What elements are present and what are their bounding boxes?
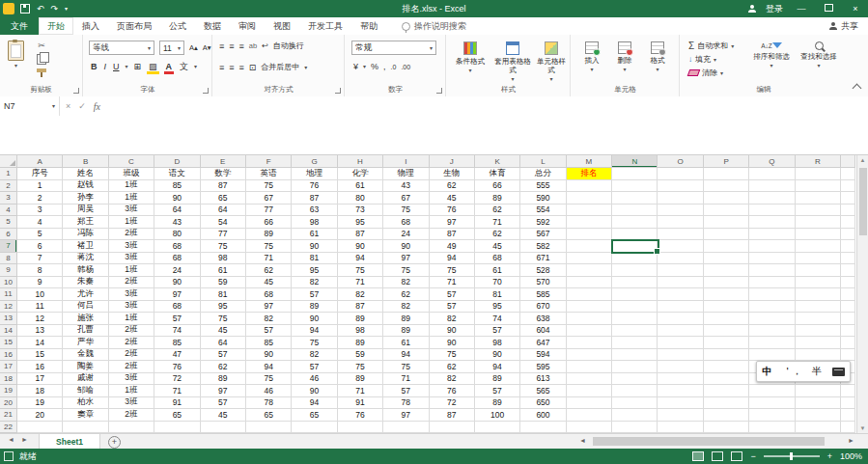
cell-B1[interactable]: 姓名 — [63, 168, 108, 180]
row-header-11[interactable]: 11 — [0, 288, 17, 301]
cell-M22[interactable] — [567, 422, 612, 434]
cell-A18[interactable]: 17 — [17, 373, 63, 386]
cell-N17[interactable] — [612, 361, 658, 373]
cell-P5[interactable] — [704, 216, 749, 229]
cell-E18[interactable]: 89 — [201, 373, 246, 386]
cell-I13[interactable]: 89 — [383, 313, 429, 325]
tab-help[interactable]: 帮助 — [351, 17, 386, 35]
cell-P12[interactable] — [704, 301, 749, 314]
cell-F20[interactable]: 78 — [246, 397, 292, 410]
cell-I18[interactable]: 71 — [383, 373, 429, 386]
cell-J17[interactable]: 62 — [430, 361, 475, 373]
cell-K21[interactable]: 100 — [475, 409, 520, 422]
cell-C4[interactable]: 3班 — [109, 205, 154, 217]
cell-partial-row5[interactable] — [841, 216, 855, 229]
cell-J10[interactable]: 71 — [430, 277, 475, 289]
column-header-F[interactable]: F — [246, 155, 292, 168]
cell-A14[interactable]: 13 — [17, 325, 63, 338]
row-header-8[interactable]: 8 — [0, 253, 17, 265]
cell-I11[interactable]: 62 — [383, 288, 429, 301]
cell-I12[interactable]: 82 — [383, 301, 429, 314]
percent-style-icon[interactable]: % — [371, 62, 378, 71]
cell-I10[interactable]: 82 — [383, 277, 429, 289]
cell-I22[interactable] — [383, 422, 429, 434]
cell-L15[interactable]: 647 — [520, 337, 566, 349]
cell-I16[interactable]: 94 — [383, 349, 429, 362]
row-header-17[interactable]: 17 — [0, 361, 17, 373]
cell-F3[interactable]: 67 — [246, 192, 292, 205]
cell-P14[interactable] — [704, 325, 749, 338]
cell-O22[interactable] — [658, 422, 703, 434]
tab-review[interactable]: 审阅 — [230, 17, 265, 35]
cell-K5[interactable]: 71 — [475, 216, 520, 229]
cell-J20[interactable]: 72 — [430, 397, 475, 410]
format-as-table-button[interactable]: 套用表格格式 ▾ — [491, 41, 534, 82]
cell-O20[interactable] — [658, 397, 703, 410]
cell-L9[interactable]: 528 — [520, 264, 566, 277]
cell-D10[interactable]: 90 — [154, 277, 200, 289]
cell-D12[interactable]: 68 — [154, 301, 200, 314]
cell-I7[interactable]: 90 — [383, 240, 429, 253]
column-header-C[interactable]: C — [109, 155, 154, 168]
cell-M4[interactable] — [567, 205, 612, 217]
cell-K7[interactable]: 45 — [475, 240, 520, 253]
row-header-18[interactable]: 18 — [0, 373, 17, 386]
cell-F16[interactable]: 90 — [246, 349, 292, 362]
cell-R12[interactable] — [796, 301, 841, 314]
increase-decimal-icon[interactable]: .0 — [391, 64, 397, 70]
ime-punctuation[interactable]: ＇， — [782, 365, 801, 378]
cell-G14[interactable]: 94 — [292, 325, 337, 338]
cell-M10[interactable] — [567, 277, 612, 289]
cell-O4[interactable] — [658, 205, 703, 217]
cell-D3[interactable]: 90 — [154, 192, 200, 205]
cell-O2[interactable] — [658, 180, 703, 193]
cell-L17[interactable]: 595 — [520, 361, 566, 373]
column-header-N[interactable]: N — [612, 155, 658, 168]
cell-D1[interactable]: 语文 — [154, 168, 200, 180]
cell-C7[interactable]: 3班 — [109, 240, 154, 253]
cell-H15[interactable]: 89 — [338, 337, 383, 349]
cell-P13[interactable] — [704, 313, 749, 325]
cell-A9[interactable]: 8 — [17, 264, 63, 277]
cell-R1[interactable] — [796, 168, 841, 180]
tab-formulas[interactable]: 公式 — [160, 17, 195, 35]
cell-O10[interactable] — [658, 277, 703, 289]
cell-E19[interactable]: 97 — [201, 385, 246, 397]
cell-J5[interactable]: 97 — [430, 216, 475, 229]
sort-filter-button[interactable]: A↓Z 排序和筛选 ▾ — [750, 41, 793, 68]
ime-keyboard-icon[interactable] — [832, 368, 845, 376]
cell-C9[interactable]: 1班 — [109, 264, 154, 277]
cell-K8[interactable]: 68 — [475, 253, 520, 265]
cell-Q8[interactable] — [749, 253, 795, 265]
cell-N11[interactable] — [612, 288, 658, 301]
cell-O14[interactable] — [658, 325, 703, 338]
hscroll-right-icon[interactable]: ► — [848, 437, 854, 444]
cell-Q10[interactable] — [749, 277, 795, 289]
cell-E17[interactable]: 62 — [201, 361, 246, 373]
format-cells-button[interactable]: 格式 ▾ — [643, 41, 672, 72]
horizontal-scroll-thumb[interactable] — [593, 437, 825, 446]
cell-G7[interactable]: 90 — [292, 240, 337, 253]
cell-M15[interactable] — [567, 337, 612, 349]
cell-J2[interactable]: 62 — [430, 180, 475, 193]
bold-button[interactable]: B — [90, 63, 98, 71]
cell-E6[interactable]: 77 — [201, 229, 246, 241]
cell-P9[interactable] — [704, 264, 749, 277]
redo-icon[interactable]: ↷ — [51, 5, 59, 14]
align-left-icon[interactable]: ≡ — [219, 63, 224, 72]
cell-N18[interactable] — [612, 373, 658, 386]
phonetic-guide-icon[interactable]: 文 — [179, 63, 189, 71]
cell-N16[interactable] — [612, 349, 658, 362]
cell-F14[interactable]: 57 — [246, 325, 292, 338]
cell-R16[interactable] — [796, 349, 841, 362]
cell-H9[interactable]: 75 — [338, 264, 383, 277]
cell-B13[interactable]: 施张 — [63, 313, 108, 325]
cell-Q6[interactable] — [749, 229, 795, 241]
cell-G18[interactable]: 46 — [292, 373, 337, 386]
column-header-P[interactable]: P — [704, 155, 749, 168]
shrink-font-icon[interactable]: A▾ — [203, 43, 211, 52]
cell-B8[interactable]: 蒋沈 — [63, 253, 108, 265]
cell-H12[interactable]: 87 — [338, 301, 383, 314]
cell-C3[interactable]: 1班 — [109, 192, 154, 205]
cell-Q7[interactable] — [749, 240, 795, 253]
